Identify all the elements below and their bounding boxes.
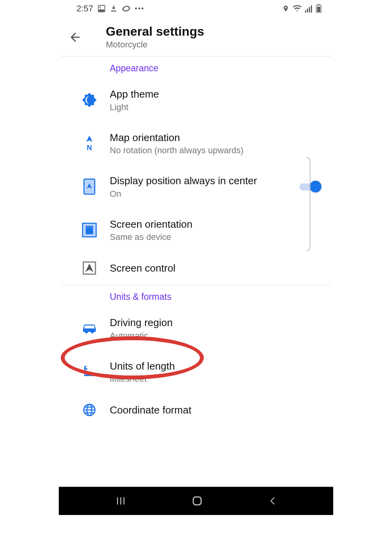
car-icon bbox=[69, 322, 110, 335]
row-sub: Same as device bbox=[110, 232, 298, 242]
nav-home-button[interactable] bbox=[191, 495, 203, 507]
row-screen-control[interactable]: Screen control bbox=[69, 252, 321, 285]
screen-center-icon bbox=[69, 178, 110, 195]
svg-rect-25 bbox=[193, 497, 201, 505]
globe-icon bbox=[69, 403, 110, 417]
battery-icon bbox=[316, 4, 321, 13]
row-title: Display position always in center bbox=[110, 174, 276, 187]
image-icon bbox=[97, 4, 106, 13]
svg-rect-11 bbox=[317, 7, 320, 12]
status-left: 2:57 ••• bbox=[76, 4, 145, 14]
back-button[interactable] bbox=[69, 31, 92, 44]
svg-text:N: N bbox=[87, 143, 92, 151]
row-sub: Miles/feet bbox=[110, 374, 298, 384]
page-title: General settings bbox=[106, 24, 204, 39]
status-right bbox=[282, 4, 321, 13]
row-screen-orientation[interactable]: Screen orientation Same as device bbox=[69, 209, 321, 252]
row-sub: Automatic bbox=[110, 331, 298, 341]
row-app-theme[interactable]: App theme Light bbox=[69, 78, 321, 122]
oval-icon bbox=[122, 5, 131, 13]
row-title: Map orientation bbox=[110, 131, 298, 144]
svg-rect-18 bbox=[85, 226, 93, 234]
svg-rect-6 bbox=[307, 9, 308, 13]
android-nav-bar bbox=[59, 487, 333, 515]
page-subtitle: Motorcycle bbox=[106, 40, 204, 50]
row-title: Screen orientation bbox=[110, 218, 298, 231]
clock-text: 2:57 bbox=[76, 4, 93, 14]
svg-rect-8 bbox=[311, 5, 312, 13]
section-appearance-label: Appearance bbox=[110, 57, 392, 78]
compass-north-icon: N bbox=[69, 136, 110, 151]
svg-rect-7 bbox=[309, 7, 310, 13]
svg-point-19 bbox=[87, 227, 88, 228]
row-sub: On bbox=[110, 189, 276, 199]
download-icon bbox=[110, 4, 118, 13]
svg-point-1 bbox=[100, 7, 101, 8]
row-driving-region[interactable]: Driving region Automatic bbox=[69, 307, 321, 350]
row-coordinate-format[interactable]: Coordinate format bbox=[69, 393, 321, 417]
section-units-label: Units & formats bbox=[110, 285, 392, 307]
nav-back-button[interactable] bbox=[268, 495, 277, 506]
arrow-frame-icon bbox=[69, 261, 110, 275]
ruler-icon bbox=[69, 364, 110, 379]
row-title: Screen control bbox=[110, 262, 298, 275]
row-display-center[interactable]: Display position always in center On bbox=[69, 165, 321, 209]
svg-marker-12 bbox=[82, 93, 96, 107]
location-icon bbox=[282, 4, 289, 13]
wifi-icon bbox=[292, 5, 302, 13]
svg-rect-5 bbox=[305, 10, 306, 13]
row-sub: Light bbox=[110, 102, 298, 112]
svg-rect-2 bbox=[111, 11, 116, 12]
display-center-toggle[interactable] bbox=[299, 181, 321, 192]
row-map-orientation[interactable]: N Map orientation No rotation (north alw… bbox=[69, 122, 321, 165]
signal-icon bbox=[305, 5, 313, 13]
scrollbar-hint bbox=[307, 157, 310, 251]
svg-point-20 bbox=[90, 227, 91, 228]
row-sub: No rotation (north always upwards) bbox=[110, 145, 298, 156]
row-title: Units of length bbox=[110, 360, 298, 373]
status-bar: 2:57 ••• bbox=[0, 0, 392, 17]
svg-marker-22 bbox=[85, 263, 93, 272]
nav-recents-button[interactable] bbox=[115, 495, 127, 506]
svg-marker-13 bbox=[86, 136, 93, 142]
row-title: Coordinate format bbox=[110, 404, 298, 417]
android-screen-icon bbox=[69, 222, 110, 238]
more-dots-icon: ••• bbox=[135, 5, 145, 13]
row-units-length[interactable]: Units of length Miles/feet bbox=[69, 350, 321, 394]
row-title: App theme bbox=[110, 88, 298, 101]
header-text: General settings Motorcycle bbox=[106, 24, 204, 50]
app-header: General settings Motorcycle bbox=[69, 17, 333, 56]
theme-icon bbox=[69, 92, 110, 108]
row-title: Driving region bbox=[110, 316, 298, 329]
